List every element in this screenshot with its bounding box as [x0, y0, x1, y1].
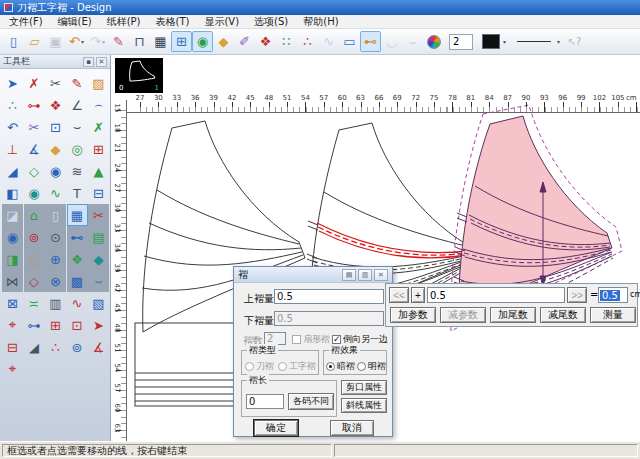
tool-icon[interactable]: ✗ [88, 116, 109, 138]
box-pleat-radio[interactable]: 工字褶 [278, 360, 316, 373]
tool-icon[interactable]: ∿ [67, 292, 88, 314]
grade-dots-button[interactable]: ∷ [276, 31, 297, 52]
tool-icon[interactable]: ∴ [45, 336, 66, 358]
erase-button[interactable]: ✎ [108, 31, 129, 52]
press-table-button[interactable]: ⊓ [129, 31, 150, 52]
lower-pleat-input[interactable] [274, 311, 384, 326]
tool-icon[interactable]: ⌖ [2, 314, 23, 336]
dialog-close-button[interactable]: ✕ [374, 269, 388, 281]
tool-icon[interactable]: ◆ [45, 138, 66, 160]
piece-preview-thumbnail[interactable] [115, 58, 163, 84]
curve-adjust-button[interactable]: ∿ [318, 31, 339, 52]
line-color-picker[interactable]: ▾ [482, 34, 506, 49]
cancel-button[interactable]: 取消 [330, 420, 374, 436]
tool-icon[interactable]: ▤ [88, 226, 109, 248]
slash-properties-button[interactable]: 斜线属性 [341, 398, 387, 413]
tool-icon[interactable]: ◨ [2, 248, 23, 270]
tool-icon[interactable]: ✂ [45, 72, 66, 94]
tool-icon[interactable]: ⊚ [67, 336, 88, 358]
tool-icon[interactable]: ➤ [88, 314, 109, 336]
tool-icon[interactable]: ⌣ [67, 116, 88, 138]
calc-button-5[interactable]: 测量 [590, 307, 636, 323]
tool-icon[interactable]: ◆ [88, 248, 109, 270]
seam-arc-double-button[interactable]: ⌣ [402, 31, 423, 52]
tool-icon[interactable]: ⌂ [24, 204, 45, 226]
tool-icon[interactable]: ◉ [24, 182, 45, 204]
pleat-length-input[interactable] [246, 394, 284, 409]
visible-pleat-radio[interactable]: 明褶 [357, 360, 386, 373]
tool-icon[interactable]: ◉ [2, 226, 23, 248]
palette-close-button[interactable]: ✕ [96, 57, 107, 67]
notch-properties-button[interactable]: 剪口属性 [341, 380, 387, 395]
tool-icon[interactable]: ◢ [24, 336, 45, 358]
tool-icon[interactable]: ▧ [88, 292, 109, 314]
per-size-button[interactable]: 各码不同 [288, 393, 334, 410]
tool-icon[interactable]: ≍ [24, 292, 45, 314]
calc-button-2[interactable]: 减参数 [440, 307, 486, 323]
fill-piece-button[interactable]: ◆ [213, 31, 234, 52]
size-number-strip[interactable]: 0 1 [115, 84, 163, 93]
plotter-button[interactable]: ▭ [339, 31, 360, 52]
point-distance-button[interactable]: ⊷ [360, 31, 381, 52]
calc-button-4[interactable]: 减尾数 [540, 307, 586, 323]
tool-icon[interactable]: ⊚ [24, 226, 45, 248]
undo-button[interactable]: ↶▾ [66, 31, 87, 52]
hidden-pleat-radio[interactable]: 暗褶 [326, 360, 355, 373]
tool-icon[interactable]: ∠ [67, 94, 88, 116]
fan-pleat-checkbox[interactable]: 扇形褶 [292, 333, 330, 346]
plus-button[interactable]: + [411, 287, 425, 303]
brush-button[interactable]: ✐ [234, 31, 255, 52]
tool-icon[interactable]: ◌ [24, 248, 45, 270]
tool-icon[interactable]: ◎ [67, 138, 88, 160]
menu-item[interactable]: 显示(V) [204, 15, 239, 29]
tool-icon[interactable]: ➤ [2, 72, 23, 94]
color-wheel-button[interactable] [423, 31, 444, 52]
tool-icon[interactable]: ⌣ [88, 270, 109, 292]
dialog-keypad-button[interactable]: ▤ [342, 269, 356, 281]
tool-icon[interactable]: ▯ [45, 204, 66, 226]
context-help-button[interactable]: ↖? [564, 31, 585, 52]
tool-icon[interactable]: ⊷ [67, 226, 88, 248]
tool-icon[interactable]: ▨ [88, 72, 109, 94]
tool-icon[interactable]: ⊶ [24, 314, 45, 336]
tool-icon[interactable]: ✂ [88, 204, 109, 226]
tool-icon[interactable]: ∡ [24, 138, 45, 160]
grade-points-button[interactable]: ∴ [297, 31, 318, 52]
tool-icon[interactable]: ◉ [45, 160, 66, 182]
redo-button[interactable]: ↷▾ [87, 31, 108, 52]
tool-icon[interactable]: ▦ [67, 204, 88, 226]
tool-icon[interactable]: ◇ [24, 160, 45, 182]
tool-icon[interactable]: T [67, 182, 88, 204]
menu-item[interactable]: 选项(S) [254, 15, 288, 29]
tool-icon[interactable]: ⌖ [2, 358, 23, 380]
tool-icon[interactable]: ∡ [88, 336, 109, 358]
tool-icon[interactable]: ∿ [45, 182, 66, 204]
tool-icon[interactable]: ◧ [2, 182, 23, 204]
tool-icon[interactable]: ◪ [2, 204, 23, 226]
ok-button[interactable]: 确定 [254, 420, 298, 436]
tool-icon[interactable]: ✂ [24, 116, 45, 138]
line-style-picker[interactable]: ▾ [514, 38, 560, 45]
tool-icon[interactable]: ▲ [88, 160, 109, 182]
prev-button[interactable]: << [389, 287, 409, 303]
tool-icon[interactable]: ⌢ [88, 94, 109, 116]
link-lines-button[interactable]: ❖ [255, 31, 276, 52]
tool-icon[interactable]: ▥ [45, 292, 66, 314]
tool-icon[interactable]: ⊡ [45, 116, 66, 138]
dialog-titlebar[interactable]: 褶 ▤ ▥ ✕ [234, 267, 392, 283]
piece-window-button[interactable]: ◉ [192, 31, 213, 52]
palette-pin-button[interactable]: ▪ [83, 57, 94, 67]
calc-button-3[interactable]: 加尾数 [490, 307, 536, 323]
knife-pleat-radio[interactable]: 刀褶 [245, 360, 274, 373]
tool-icon[interactable]: ❖ [67, 248, 88, 270]
pen-width-input[interactable] [449, 34, 473, 50]
tool-icon[interactable]: ⋈ [2, 270, 23, 292]
open-file-button[interactable]: ▱ [24, 31, 45, 52]
tool-icon[interactable]: ◢ [2, 160, 23, 182]
tool-icon[interactable]: ⊟ [88, 182, 109, 204]
tool-icon[interactable]: ⊙ [45, 226, 66, 248]
tool-icon[interactable]: ⊶ [24, 94, 45, 116]
menu-item[interactable]: 编辑(E) [58, 15, 92, 29]
upper-pleat-input[interactable] [274, 289, 384, 304]
tool-icon[interactable]: ⊗ [45, 270, 66, 292]
